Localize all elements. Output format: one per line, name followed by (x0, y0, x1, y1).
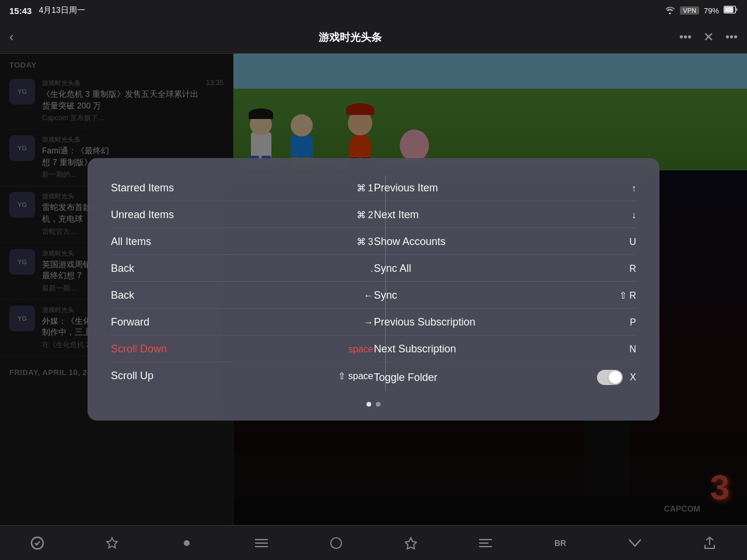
next-sub-shortcut: N (629, 344, 636, 355)
tab-menu[interactable] (468, 530, 503, 556)
back-arrow-shortcut: ← (364, 290, 374, 301)
svg-point-9 (331, 537, 341, 548)
cmd-icon: ⌘ (357, 236, 366, 247)
tab-bar: BR (0, 525, 747, 560)
next-sub-label: Next Subscription (374, 343, 456, 355)
toggle-switch[interactable] (597, 370, 623, 385)
svg-rect-1 (736, 8, 738, 11)
tab-lines[interactable] (244, 530, 279, 556)
keyboard-row-syncall: Sync All R (374, 256, 637, 282)
forward-shortcut: → (364, 317, 374, 328)
svg-point-5 (184, 540, 190, 546)
keyboard-row-sync: Sync ⇧ R (374, 283, 637, 309)
unread-items-shortcut: ⌘ 2 (357, 209, 374, 220)
x-key: X (630, 372, 636, 383)
show-accounts-shortcut: U (629, 237, 636, 247)
battery-text: 79% (704, 6, 719, 15)
toggle-knob (609, 371, 622, 384)
page-indicators (111, 402, 636, 407)
keyboard-overlay[interactable]: Starred Items ⌘ 1 Unread Items ⌘ 2 All I… (0, 54, 747, 525)
keyboard-row-togglefolder: Toggle Folder X (374, 363, 637, 391)
tab-bookmark[interactable] (393, 530, 428, 556)
nav-bar: ‹ 游戏时光头条 ••• ✕ ••• (0, 21, 747, 54)
scroll-up-label: Scroll Up (111, 370, 153, 382)
keyboard-modal: Starred Items ⌘ 1 Unread Items ⌘ 2 All I… (88, 158, 659, 421)
keyboard-row-allitems: All Items ⌘ 3 (111, 229, 374, 255)
keyboard-right-column: Previous Item ↑ Next Item ↓ Show Account… (374, 176, 637, 391)
back-button[interactable]: ‹ (9, 30, 13, 45)
scroll-down-shortcut: space (348, 344, 374, 355)
back-dot-label: Back (111, 262, 134, 275)
vpn-badge: VPN (680, 6, 699, 15)
keyboard-row-back-arrow: Back ← (111, 283, 374, 309)
nav-dots-button[interactable]: ••• (679, 30, 692, 44)
tab-star[interactable] (95, 530, 130, 556)
svg-rect-2 (725, 7, 734, 13)
next-item-label: Next Item (374, 209, 419, 221)
keyboard-row-scrollup: Scroll Up ⇧ space (111, 363, 374, 388)
tab-home[interactable] (319, 530, 354, 556)
tab-chevron[interactable] (617, 530, 652, 556)
keyboard-left-column: Starred Items ⌘ 1 Unread Items ⌘ 2 All I… (111, 176, 374, 391)
unread-items-label: Unread Items (111, 209, 174, 221)
tab-br[interactable]: BR (543, 530, 578, 556)
tab-check[interactable] (20, 530, 55, 556)
prev-sub-label: Previous Subscription (374, 316, 476, 328)
keyboard-row-unread: Unread Items ⌘ 2 (111, 202, 374, 228)
sync-all-shortcut: R (629, 264, 636, 274)
toggle-folder-label: Toggle Folder (374, 372, 438, 384)
keyboard-row-back-dot: Back . (111, 256, 374, 282)
keyboard-row-scrolldown: Scroll Down space (111, 337, 374, 362)
next-item-shortcut: ↓ (631, 210, 636, 220)
cmd-icon: ⌘ (357, 183, 366, 194)
nav-dots-right-button[interactable]: ••• (725, 30, 738, 44)
sync-all-label: Sync All (374, 262, 411, 275)
status-bar: 15:43 4月13日周一 VPN 79% (0, 0, 747, 21)
cmd-icon: ⌘ (357, 209, 366, 220)
scroll-up-shortcut: ⇧ space (338, 370, 373, 382)
keyboard-row-nextsub: Next Subscription N (374, 337, 637, 362)
show-accounts-label: Show Accounts (374, 236, 446, 248)
sync-shortcut: ⇧ R (619, 290, 636, 301)
prev-item-shortcut: ↑ (631, 183, 636, 194)
keyboard-row-prevsub: Previous Subscription P (374, 310, 637, 335)
nav-close-button[interactable]: ✕ (703, 30, 714, 45)
battery-icon (724, 6, 738, 15)
all-items-shortcut: ⌘ 3 (357, 236, 374, 247)
nav-title: 游戏时光头条 (20, 30, 679, 44)
tab-share[interactable] (692, 530, 727, 556)
toggle-folder-shortcut: X (597, 370, 636, 385)
page-dot-1[interactable] (366, 402, 371, 407)
keyboard-row-showaccounts: Show Accounts U (374, 229, 637, 255)
all-items-label: All Items (111, 236, 151, 248)
starred-items-label: Starred Items (111, 182, 174, 194)
keyboard-row-forward: Forward → (111, 310, 374, 335)
tab-dot[interactable] (169, 530, 204, 556)
starred-items-shortcut: ⌘ 1 (357, 183, 374, 194)
prev-item-label: Previous Item (374, 182, 438, 194)
keyboard-row-nextitem: Next Item ↓ (374, 202, 637, 228)
keyboard-row-previtem: Previous Item ↑ (374, 176, 637, 201)
keyboard-row-starred: Starred Items ⌘ 1 (111, 176, 374, 201)
back-arrow-label: Back (111, 289, 134, 302)
back-dot-shortcut: . (371, 264, 373, 274)
wifi-icon (665, 6, 675, 16)
forward-label: Forward (111, 316, 149, 328)
svg-marker-10 (405, 538, 417, 549)
status-time: 15:43 (9, 6, 32, 16)
prev-sub-shortcut: P (630, 317, 636, 328)
status-date: 4月13日周一 (39, 5, 85, 16)
scroll-down-label: Scroll Down (111, 343, 167, 355)
svg-marker-4 (107, 537, 117, 547)
page-dot-2[interactable] (376, 402, 381, 407)
sync-label: Sync (374, 289, 397, 302)
